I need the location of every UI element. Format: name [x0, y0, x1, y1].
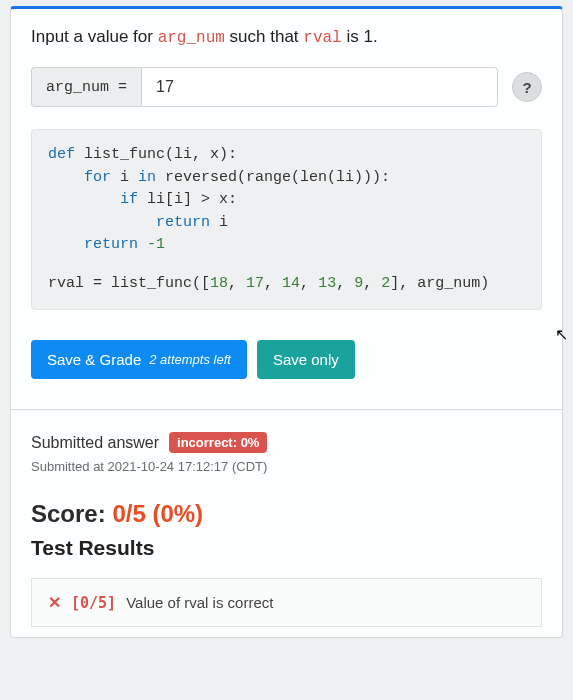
- divider: [11, 409, 562, 410]
- prompt-var-argnum: arg_num: [158, 29, 225, 47]
- save-only-button[interactable]: Save only: [257, 340, 355, 379]
- input-label-argnum: arg_num =: [31, 67, 141, 107]
- save-grade-label: Save & Grade: [47, 351, 141, 368]
- code-block: def list_func(li, x): for i in reversed(…: [31, 129, 542, 310]
- result-points: [0/5]: [71, 594, 116, 612]
- action-buttons: Save & Grade 2 attempts left Save only: [31, 340, 542, 379]
- submitted-timestamp: Submitted at 2021-10-24 17:12:17 (CDT): [31, 459, 542, 474]
- fail-icon: ✕: [48, 593, 61, 612]
- prompt-text: such that: [225, 27, 303, 46]
- argnum-input[interactable]: [141, 67, 498, 107]
- help-button[interactable]: ?: [512, 72, 542, 102]
- score-prefix: Score:: [31, 500, 112, 527]
- test-result-item: ✕ [0/5] Value of rval is correct: [31, 578, 542, 627]
- result-text: Value of rval is correct: [126, 594, 273, 611]
- question-prompt: Input a value for arg_num such that rval…: [31, 27, 542, 47]
- test-results-heading: Test Results: [31, 536, 542, 560]
- submitted-answer-row: Submitted answer incorrect: 0%: [31, 432, 542, 453]
- prompt-text: is: [342, 27, 364, 46]
- score-line: Score: 0/5 (0%): [31, 500, 542, 528]
- attempts-left: 2 attempts left: [149, 352, 231, 367]
- help-icon: ?: [522, 79, 531, 96]
- prompt-text: .: [373, 27, 378, 46]
- question-card: Input a value for arg_num such that rval…: [10, 6, 563, 638]
- save-only-label: Save only: [273, 351, 339, 368]
- incorrect-badge: incorrect: 0%: [169, 432, 267, 453]
- prompt-text: Input a value for: [31, 27, 158, 46]
- prompt-target: 1: [363, 27, 372, 46]
- save-grade-button[interactable]: Save & Grade 2 attempts left: [31, 340, 247, 379]
- answer-input-row: arg_num = ?: [31, 67, 542, 107]
- score-value: 0/5 (0%): [112, 500, 203, 527]
- prompt-var-rval: rval: [303, 29, 341, 47]
- submitted-answer-label: Submitted answer: [31, 434, 159, 452]
